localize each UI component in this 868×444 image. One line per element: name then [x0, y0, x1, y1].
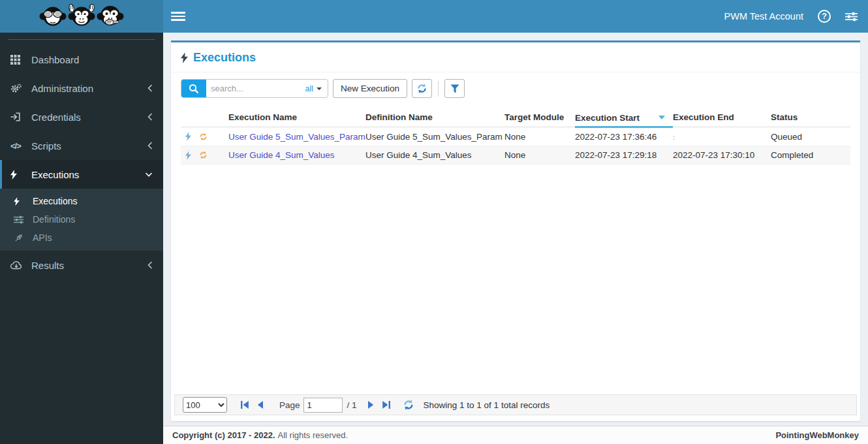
sidebar-item-label: Dashboard	[31, 54, 79, 65]
bolt-icon	[10, 170, 27, 180]
page-label: Page	[279, 400, 300, 410]
sidebar-item-label: Credentials	[31, 112, 81, 123]
navbar-main: PWM Test Account ?	[163, 0, 868, 33]
executions-submenu: Executions Definitions	[0, 189, 163, 251]
pending-spinner-icon	[673, 134, 675, 141]
sidebar-item-executions[interactable]: Executions	[0, 160, 163, 189]
column-header-status[interactable]: Status	[771, 107, 850, 127]
toolbar-divider	[438, 81, 439, 97]
submenu-item-label: Executions	[33, 196, 77, 206]
table-row: User Guide 5_Sum_Values_Param User Guide…	[181, 127, 850, 146]
next-page-button[interactable]	[366, 400, 375, 409]
pagination-bar: 100 Page / 1	[174, 394, 857, 415]
sidebar: Dashboard Administration C	[0, 33, 163, 444]
filter-button[interactable]	[444, 79, 465, 98]
grid-icon	[10, 55, 27, 65]
table-header-row: Execution Name Definition Name Target Mo…	[181, 107, 850, 127]
account-name[interactable]: PWM Test Account	[724, 11, 803, 22]
executions-panel: Executions all New Execution	[171, 40, 860, 421]
rocket-icon	[14, 233, 29, 243]
first-page-button[interactable]	[240, 400, 249, 409]
page-title: Executions	[193, 51, 256, 65]
sidebar-item-results[interactable]: Results	[0, 251, 163, 279]
submenu-item-label: Definitions	[33, 214, 75, 225]
app-logo[interactable]	[0, 0, 163, 33]
total-pages-label: / 1	[347, 400, 357, 410]
sidebar-item-scripts[interactable]: </> Scripts	[0, 131, 163, 160]
target-module-cell: None	[504, 127, 575, 146]
copyright-text: Copyright (c) 2017 - 2022.All rights res…	[172, 430, 348, 440]
help-icon[interactable]: ?	[818, 10, 831, 23]
new-execution-button[interactable]: New Execution	[333, 79, 407, 98]
execution-start-cell: 2022-07-23 17:29:18	[575, 146, 673, 165]
sort-desc-caret-icon	[659, 116, 665, 119]
execution-end-cell	[673, 127, 771, 146]
sidebar-item-label: Scripts	[31, 140, 61, 151]
refresh-button[interactable]	[412, 79, 432, 98]
chevron-down-icon	[145, 172, 153, 178]
column-header-target-module[interactable]: Target Module	[504, 107, 575, 127]
sidebar-item-label: Executions	[31, 169, 79, 180]
sidebar-divider	[8, 39, 155, 40]
content-area: Executions all New Execution	[163, 33, 868, 426]
sign-in-icon	[10, 112, 27, 121]
submenu-item-definitions[interactable]: Definitions	[0, 210, 163, 229]
sidebar-item-label: Administration	[31, 83, 93, 94]
execution-name-link[interactable]: User Guide 5_Sum_Values_Param	[228, 127, 365, 146]
definition-name-cell: User Guide 4_Sum_Values	[365, 146, 504, 165]
execution-end-cell: 2022-07-23 17:30:10	[673, 146, 771, 165]
chevron-left-icon	[147, 261, 153, 269]
page-number-input[interactable]	[303, 398, 343, 413]
execution-start-cell: 2022-07-23 17:36:46	[575, 127, 673, 146]
sidebar-menu: Dashboard Administration C	[0, 45, 163, 279]
executions-table: Execution Name Definition Name Target Mo…	[181, 107, 850, 165]
search-button[interactable]	[181, 80, 206, 97]
sidebar-toggle-button[interactable]	[171, 9, 185, 24]
search-input[interactable]	[206, 80, 302, 97]
submenu-item-executions[interactable]: Executions	[0, 192, 163, 210]
submenu-item-apis[interactable]: APIs	[0, 229, 163, 247]
target-module-cell: None	[504, 146, 575, 165]
toolbar: all New Execution	[171, 72, 860, 104]
brand-name: PointingWebMonkey	[775, 430, 859, 440]
bolt-icon	[14, 197, 29, 206]
column-header-execution-end[interactable]: Execution End	[673, 107, 771, 127]
refresh-icon	[416, 83, 427, 94]
bolt-icon	[181, 52, 188, 63]
run-bolt-icon[interactable]	[185, 132, 191, 141]
cloud-download-icon	[10, 261, 27, 270]
search-scope-label: all	[305, 84, 313, 93]
filter-funnel-icon	[450, 84, 459, 93]
row-refresh-icon[interactable]	[199, 133, 208, 141]
caret-down-icon	[317, 87, 322, 90]
settings-sliders-icon[interactable]	[845, 12, 858, 22]
column-header-execution-start[interactable]: Execution Start	[575, 107, 673, 127]
search-scope-dropdown[interactable]: all	[302, 80, 328, 97]
column-header-execution-name[interactable]: Execution Name	[228, 107, 365, 127]
execution-name-link[interactable]: User Guide 4_Sum_Values	[228, 146, 365, 165]
status-cell: Queued	[771, 127, 850, 146]
row-refresh-icon[interactable]	[199, 151, 208, 159]
definition-name-cell: User Guide 5_Sum_Values_Param	[365, 127, 504, 146]
refresh-icon	[403, 399, 414, 411]
table-row: User Guide 4_Sum_Values User Guide 4_Sum…	[181, 146, 850, 165]
code-icon: </>	[10, 141, 27, 151]
sliders-icon	[14, 215, 29, 224]
sidebar-item-dashboard[interactable]: Dashboard	[0, 45, 163, 74]
page-size-select[interactable]: 100	[183, 397, 227, 413]
pager-refresh-button[interactable]	[403, 399, 414, 411]
top-navbar: PWM Test Account ?	[0, 0, 868, 33]
sidebar-item-administration[interactable]: Administration	[0, 74, 163, 103]
actions-column-header	[181, 107, 228, 127]
chevron-left-icon	[147, 113, 153, 121]
chevron-left-icon	[147, 142, 153, 150]
chevron-left-icon	[147, 84, 153, 92]
column-header-definition-name[interactable]: Definition Name	[365, 107, 504, 127]
last-page-button[interactable]	[382, 400, 391, 409]
run-bolt-icon[interactable]	[185, 151, 191, 160]
cogs-icon	[10, 84, 27, 93]
navbar-right: PWM Test Account ?	[724, 10, 858, 23]
status-cell: Completed	[771, 146, 850, 165]
sidebar-item-credentials[interactable]: Credentials	[0, 103, 163, 131]
prev-page-button[interactable]	[256, 400, 265, 409]
